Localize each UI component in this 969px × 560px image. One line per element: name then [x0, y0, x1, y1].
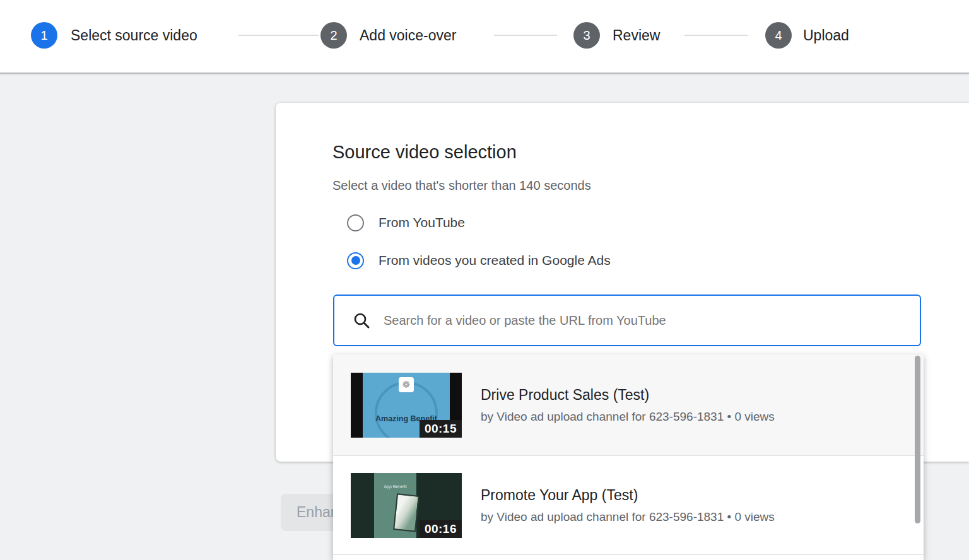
step-2-circle[interactable]: 2 — [320, 22, 347, 49]
flower-icon: ❁ — [399, 377, 414, 392]
video-title: Promote Your App (Test) — [481, 487, 775, 504]
radio-selected-icon — [347, 252, 364, 269]
radio-dot — [351, 256, 360, 265]
video-title: Drive Product Sales (Test) — [481, 387, 775, 404]
step-1-circle[interactable]: 1 — [31, 22, 57, 49]
radio-option-from-google-ads[interactable]: From videos you created in Google Ads — [347, 252, 611, 269]
video-result-item[interactable]: App Benefit 00:16 Promote Your App (Test… — [333, 456, 924, 555]
wizard-stepper-bar: 1 Select source video 2 Add voice-over 3… — [0, 0, 969, 74]
step-4-circle[interactable]: 4 — [765, 22, 792, 49]
video-byline: by Video ad upload channel for 623-596-1… — [481, 410, 775, 424]
radio-option-label: From videos you created in Google Ads — [379, 253, 611, 268]
step-3-label[interactable]: Review — [613, 27, 660, 44]
radio-unselected-icon — [347, 214, 364, 231]
step-connector-line — [684, 35, 748, 36]
step-3-circle[interactable]: 3 — [573, 22, 600, 49]
step-connector-line — [494, 35, 557, 36]
duration-badge: 00:15 — [420, 420, 462, 438]
step-1-label[interactable]: Select source video — [71, 27, 197, 44]
duration-badge: 00:16 — [420, 520, 462, 538]
radio-option-label: From YouTube — [379, 215, 465, 230]
phone-mockup — [393, 493, 420, 532]
radio-option-from-youtube[interactable]: From YouTube — [347, 214, 465, 231]
video-thumbnail: ❁ Amazing Benefit 00:15 — [351, 373, 462, 438]
next-result-sliver — [333, 555, 924, 560]
step-4-label[interactable]: Upload — [803, 27, 849, 44]
video-thumbnail: App Benefit 00:16 — [351, 473, 462, 538]
video-results-dropdown: ❁ Amazing Benefit 00:15 Drive Product Sa… — [333, 354, 924, 560]
video-result-item[interactable]: ❁ Amazing Benefit 00:15 Drive Product Sa… — [333, 354, 924, 456]
thumbnail-caption: App Benefit — [374, 484, 416, 489]
search-icon — [353, 312, 370, 329]
card-subtitle: Select a video that's shorter than 140 s… — [332, 178, 591, 193]
video-byline: by Video ad upload channel for 623-596-1… — [481, 510, 775, 524]
video-search-box[interactable] — [333, 295, 921, 346]
search-input[interactable] — [384, 301, 920, 339]
card-title: Source video selection — [332, 142, 517, 163]
step-connector-line — [238, 35, 319, 36]
step-2-label[interactable]: Add voice-over — [360, 27, 456, 44]
dropdown-scrollbar[interactable] — [915, 356, 920, 523]
